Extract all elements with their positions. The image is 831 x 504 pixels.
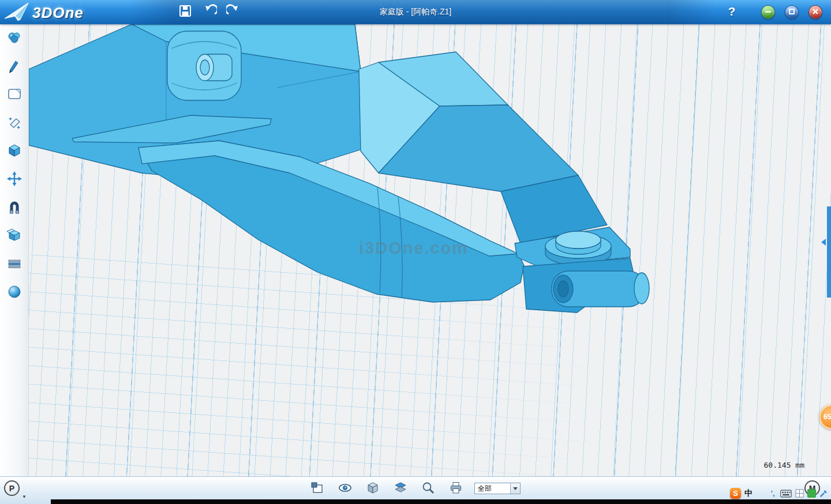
perspective-caret-icon[interactable]: ▼ (22, 494, 27, 499)
taskbar-peek-strip[interactable] (51, 499, 831, 504)
close-icon (812, 7, 819, 17)
sphere-render-tool-button[interactable] (0, 279, 29, 307)
brush-icon (6, 58, 23, 76)
close-button[interactable] (808, 5, 822, 19)
material-box-icon (6, 227, 23, 246)
view-controls (310, 482, 463, 496)
extrude-cube-tool-button[interactable] (0, 137, 29, 166)
sketch-plane-tool-button[interactable] (0, 81, 29, 109)
badge-count: 65 (823, 413, 831, 421)
sphere-icon (6, 284, 23, 302)
visibility-filter-dropdown[interactable]: 全部 (474, 483, 521, 494)
layers-icon (394, 481, 407, 497)
datum-plane-icon (310, 481, 324, 497)
maximize-icon (788, 7, 795, 17)
wrench-toolbox-icon[interactable] (819, 488, 828, 499)
save-button[interactable] (176, 4, 194, 20)
punctuation-mode-icon[interactable]: ’, (768, 488, 777, 499)
minimize-button[interactable] (761, 5, 775, 19)
minimize-icon (765, 7, 772, 17)
right-scroll-strip[interactable] (827, 206, 831, 298)
titlebar-shade (0, 0, 831, 24)
help-button[interactable]: ? (724, 3, 740, 20)
char-grid-icon[interactable] (795, 488, 804, 499)
eye-icon (338, 481, 352, 497)
dropdown-button[interactable] (510, 483, 520, 494)
paper-plane-icon (3, 2, 30, 24)
primitives-tool-button[interactable] (0, 24, 29, 52)
print-button[interactable] (449, 482, 463, 496)
brush-tool-button[interactable] (0, 52, 29, 81)
magnifier-icon (421, 481, 435, 497)
viewport-canvas[interactable]: i3DOne.com 60.145 mm 65 (29, 24, 831, 476)
printer-icon (449, 481, 463, 497)
scale-measurement: 60.145 mm (764, 461, 804, 469)
layers-button[interactable] (394, 482, 407, 496)
left-toolbar (0, 24, 29, 476)
shaded-cube-icon (366, 481, 380, 497)
moon-night-icon[interactable] (756, 488, 765, 499)
redo-button[interactable] (224, 4, 242, 20)
save-icon (178, 4, 192, 20)
chinese-mode-indicator[interactable]: 中 (744, 488, 753, 499)
magnet-icon (6, 199, 23, 217)
zoom-search-button[interactable] (421, 482, 435, 496)
measure-ruler-icon (6, 255, 23, 274)
window-title: 家庭版 - [阿帕奇.Z1] (0, 0, 831, 24)
chevron-down-icon (513, 487, 518, 490)
app-name: 3DOne (32, 4, 84, 22)
app-logo: 3DOne (3, 2, 84, 24)
shaded-view-button[interactable] (366, 482, 380, 496)
filter-selected-value: 全部 (475, 484, 510, 494)
datum-plane-button[interactable] (310, 482, 324, 496)
panel-collapse-arrow-icon[interactable] (821, 239, 826, 246)
primitives-icon (6, 29, 23, 48)
soft-keyboard-icon[interactable] (780, 488, 792, 499)
undo-button[interactable] (201, 4, 219, 20)
measure-tool-button[interactable] (0, 250, 29, 279)
redo-icon (226, 4, 240, 20)
titlebar: 3DOne 家庭版 - [阿帕奇.Z1] ? (0, 0, 831, 24)
input-method-tray: S 中 ’, (730, 488, 828, 499)
erase-tool-button[interactable] (0, 109, 29, 137)
undo-icon (203, 4, 217, 20)
green-plugin-icon[interactable] (807, 488, 816, 499)
visibility-button[interactable] (338, 482, 352, 496)
magnet-constraint-tool-button[interactable] (0, 194, 29, 222)
apache-3d-model[interactable] (29, 24, 831, 476)
sketch-plane-icon (6, 86, 23, 104)
eraser-icon (6, 114, 23, 133)
perspective-button[interactable]: P (4, 480, 20, 496)
sogou-icon[interactable]: S (730, 488, 741, 499)
move-arrows-icon (6, 171, 23, 189)
move-tool-button[interactable] (0, 166, 29, 194)
maximize-button[interactable] (785, 5, 799, 19)
cube-icon (6, 142, 23, 161)
material-box-tool-button[interactable] (0, 222, 29, 250)
